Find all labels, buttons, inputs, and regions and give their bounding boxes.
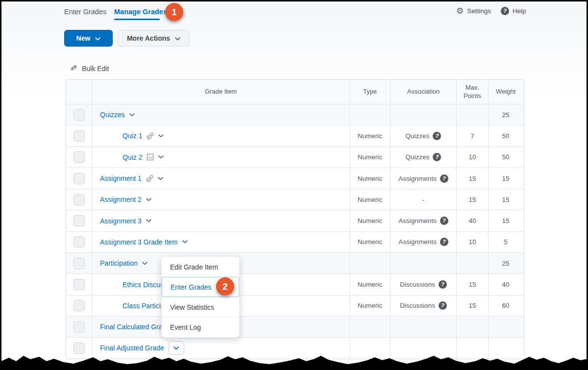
grade-item-link[interactable]: Quizzes [100, 111, 125, 119]
help-label: Help [513, 7, 526, 15]
max-points-cell: 40 [457, 210, 489, 231]
association-help-icon[interactable]: ? [440, 238, 448, 246]
row-context-chevron-icon[interactable] [158, 134, 164, 138]
association-label: Discussions [400, 302, 435, 309]
grade-item-link[interactable]: Assignment 1 [100, 174, 142, 182]
association-help-icon[interactable]: ? [433, 153, 441, 161]
row-context-chevron-icon[interactable] [158, 177, 163, 180]
bulk-edit-button[interactable]: ✎ Bulk Edit [70, 63, 109, 74]
row-context-chevron-icon[interactable] [158, 155, 164, 159]
grade-item-cell: Assignment 3 Grade Item [92, 232, 350, 252]
auto-transfer-icon [146, 175, 153, 182]
grade-item-link[interactable]: Final Adjusted Grade [100, 344, 164, 352]
association-value: Discussions? [400, 301, 447, 310]
context-menu-item[interactable]: Edit Grade Item [162, 257, 239, 277]
settings-label: Settings [467, 7, 491, 15]
association-cell [391, 253, 457, 273]
more-actions-button[interactable]: More Actions [118, 30, 190, 47]
weight-cell: 15 [489, 210, 523, 231]
association-help-icon[interactable]: ? [439, 301, 447, 310]
max-points-cell: 15 [457, 274, 489, 295]
row-checkbox[interactable] [74, 109, 85, 121]
type-cell [350, 253, 391, 273]
max-points-cell [457, 253, 489, 273]
weight-cell: 5 [489, 232, 523, 252]
grade-item-link[interactable]: Quiz 2 [122, 153, 142, 161]
association-value: Quizzes? [406, 132, 441, 140]
row-checkbox[interactable] [74, 194, 85, 205]
torn-edge-top [0, 0, 588, 1]
max-points-cell [457, 338, 489, 358]
row-checkbox[interactable] [74, 130, 85, 142]
tab-manage-grades[interactable]: Manage Grades [114, 8, 167, 16]
settings-button[interactable]: ⚙ Settings [456, 7, 491, 15]
table-row: Final Calculated Grade [66, 317, 524, 338]
grade-item-link[interactable]: Quiz 1 [122, 132, 142, 140]
table-row: Class ParticipationNumericDiscussions?15… [66, 296, 524, 317]
table-row: Ethics DiscussionNumericDiscussions?1540 [66, 274, 524, 295]
row-context-chevron-icon[interactable] [146, 219, 151, 222]
row-context-chevron-icon[interactable] [146, 198, 151, 201]
table-row: Final Adjusted Grade [66, 338, 524, 358]
grade-item-link[interactable]: Participation [100, 259, 138, 267]
association-label: - [422, 196, 425, 203]
weight-cell: 60 [489, 296, 523, 316]
association-cell: Discussions? [391, 296, 457, 316]
help-button[interactable]: ? Help [501, 7, 526, 15]
type-cell: Numeric [350, 168, 391, 189]
association-help-icon[interactable]: ? [439, 280, 447, 289]
association-label: Assignments [398, 238, 436, 246]
weight-cell: 50 [489, 125, 523, 146]
row-checkbox[interactable] [74, 236, 85, 247]
row-checkbox-cell [66, 338, 92, 358]
row-context-chevron-icon[interactable] [142, 262, 147, 265]
grade-item-link[interactable]: Assignment 3 Grade Item [100, 238, 178, 246]
row-context-chevron-icon[interactable] [182, 240, 188, 244]
association-help-icon[interactable]: ? [433, 132, 441, 140]
chevron-down-icon [95, 34, 100, 42]
new-button[interactable]: New [64, 30, 113, 47]
auto-transfer-icon [147, 132, 154, 140]
row-checkbox[interactable] [74, 258, 85, 269]
grade-item-link[interactable]: Assignment 3 [100, 217, 142, 225]
table-row: Quiz 1NumericQuizzes?750 [66, 125, 524, 147]
context-menu-item[interactable]: Event Log [162, 317, 239, 337]
association-label: Quizzes [406, 153, 430, 161]
association-cell: Assignments? [391, 168, 457, 189]
row-checkbox-cell [66, 125, 92, 146]
torn-edge-left [0, 0, 1, 370]
col-type: Type [350, 80, 391, 104]
row-checkbox-cell [66, 317, 92, 337]
grade-item-link[interactable]: Assignment 2 [100, 196, 142, 203]
association-value: Assignments? [398, 217, 448, 225]
annotation-step-2: 2 [216, 277, 234, 296]
weight-cell [489, 317, 523, 337]
col-grade-item: Grade Item [92, 80, 350, 104]
annotation-step-1: 1 [165, 3, 183, 21]
association-cell: Quizzes? [391, 147, 457, 168]
row-checkbox[interactable] [74, 279, 85, 290]
row-checkbox[interactable] [74, 300, 85, 311]
row-checkbox[interactable] [74, 321, 85, 333]
weight-cell: 25 [489, 253, 523, 273]
table-row: Assignment 3NumericAssignments?4015 [66, 210, 524, 231]
row-checkbox[interactable] [74, 215, 85, 226]
association-help-icon[interactable]: ? [440, 217, 448, 225]
row-checkbox[interactable] [74, 343, 85, 354]
row-context-menu-button[interactable] [169, 341, 184, 355]
type-cell: Numeric [350, 232, 391, 252]
grades-table-header: Grade Item Type Association Max. Points … [66, 80, 524, 104]
row-context-chevron-icon[interactable] [129, 113, 135, 117]
row-checkbox-cell [66, 253, 92, 273]
col-max-points: Max. Points [457, 80, 489, 104]
weight-cell: 50 [489, 147, 523, 168]
context-menu-item[interactable]: View Statistics [162, 297, 239, 317]
row-checkbox[interactable] [74, 151, 85, 163]
gear-icon: ⚙ [456, 7, 464, 15]
grade-item-link[interactable]: Final Calculated Grade [100, 323, 170, 331]
association-label: Quizzes [406, 132, 430, 140]
tab-enter-grades[interactable]: Enter Grades [64, 8, 106, 16]
row-checkbox[interactable] [74, 173, 85, 184]
association-help-icon[interactable]: ? [440, 174, 448, 183]
pencil-edit-icon: ✎ [70, 63, 78, 74]
